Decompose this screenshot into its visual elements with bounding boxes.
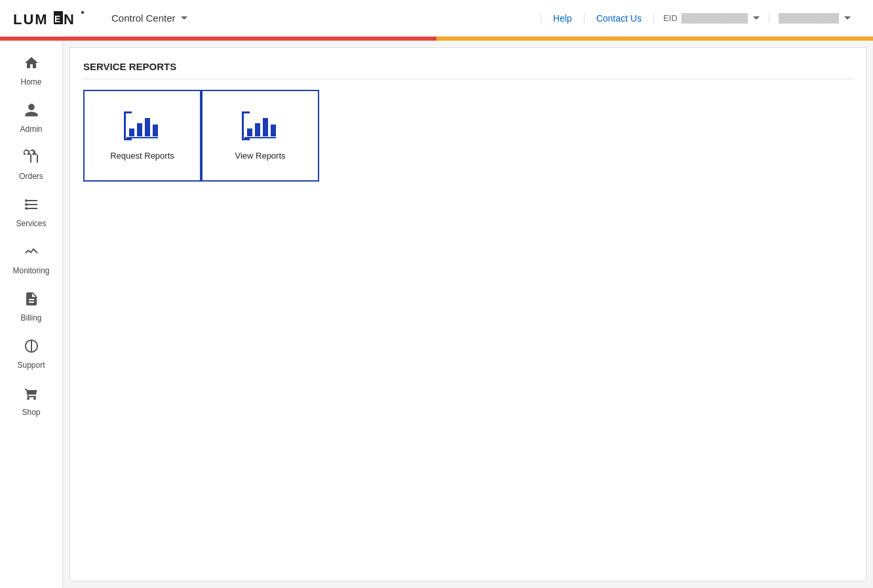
- sidebar-item-shop[interactable]: Shop: [0, 378, 62, 425]
- sidebar-item-billing[interactable]: Billing: [0, 283, 62, 330]
- sidebar-item-admin[interactable]: Admin: [0, 94, 62, 142]
- main-content: SERVICE REPORTS: [69, 47, 866, 581]
- billing-icon: [24, 291, 39, 311]
- eid-chevron-icon: [753, 16, 760, 20]
- sidebar-home-label: Home: [20, 77, 41, 87]
- header: LUM E N Control Center Help Contact Us E…: [0, 0, 873, 37]
- sidebar-support-label: Support: [17, 361, 45, 370]
- section-title: SERVICE REPORTS: [83, 61, 853, 79]
- svg-point-9: [25, 199, 28, 202]
- chevron-down-icon: [181, 16, 187, 20]
- svg-rect-17: [124, 111, 126, 140]
- sidebar-item-support[interactable]: Support: [0, 330, 62, 378]
- support-icon: [24, 338, 39, 358]
- svg-rect-20: [247, 128, 252, 136]
- svg-point-4: [81, 11, 84, 14]
- request-reports-label: Request Reports: [110, 151, 174, 161]
- sidebar-item-home[interactable]: Home: [0, 47, 62, 94]
- monitoring-icon: [24, 244, 39, 264]
- sidebar-orders-label: Orders: [19, 172, 43, 181]
- svg-rect-25: [242, 111, 244, 140]
- request-reports-card[interactable]: Request Reports: [83, 90, 201, 182]
- svg-rect-13: [137, 123, 142, 136]
- sidebar-item-services[interactable]: Services: [0, 189, 62, 236]
- sidebar-monitoring-label: Monitoring: [12, 266, 49, 275]
- user-chevron-icon: [844, 16, 851, 20]
- view-reports-icon: [242, 111, 279, 144]
- svg-point-10: [25, 203, 28, 206]
- admin-icon: [24, 102, 39, 122]
- sidebar: Home Admin Orders: [0, 41, 63, 588]
- svg-rect-21: [255, 123, 260, 136]
- contact-us-link[interactable]: Contact Us: [585, 13, 654, 24]
- orders-icon: [24, 149, 39, 169]
- sidebar-item-monitoring[interactable]: Monitoring: [0, 236, 62, 283]
- svg-rect-26: [242, 111, 250, 113]
- svg-rect-12: [129, 128, 134, 136]
- user-section[interactable]: ██████████: [769, 13, 860, 23]
- svg-text:E: E: [54, 14, 60, 24]
- svg-rect-19: [124, 138, 132, 140]
- sidebar-services-label: Services: [16, 219, 46, 228]
- svg-rect-18: [124, 111, 132, 113]
- svg-rect-15: [153, 125, 158, 136]
- request-reports-icon: [124, 111, 161, 144]
- header-right: Help Contact Us EID ███████████ ████████…: [541, 13, 860, 24]
- svg-text:N: N: [64, 11, 75, 28]
- view-reports-label: View Reports: [235, 151, 285, 161]
- sidebar-shop-label: Shop: [22, 408, 40, 417]
- control-center-button[interactable]: Control Center: [111, 12, 187, 24]
- svg-rect-27: [242, 138, 250, 140]
- user-value: ██████████: [779, 13, 839, 23]
- home-icon: [24, 55, 39, 75]
- cards-container: Request Reports View Report: [83, 90, 853, 182]
- svg-rect-14: [145, 118, 150, 136]
- eid-value: ███████████: [682, 13, 748, 23]
- view-reports-card[interactable]: View Reports: [201, 90, 319, 182]
- shop-icon: [24, 385, 39, 405]
- svg-rect-23: [271, 125, 276, 136]
- eid-section[interactable]: EID ███████████: [654, 13, 769, 23]
- services-icon: [24, 197, 39, 216]
- sidebar-admin-label: Admin: [20, 125, 42, 134]
- eid-label: EID: [663, 13, 678, 23]
- sidebar-item-orders[interactable]: Orders: [0, 142, 62, 189]
- sidebar-billing-label: Billing: [20, 313, 41, 323]
- control-center-label: Control Center: [111, 12, 176, 24]
- layout: Home Admin Orders: [0, 41, 873, 588]
- svg-point-11: [25, 207, 28, 210]
- help-link[interactable]: Help: [541, 13, 585, 24]
- svg-text:LUM: LUM: [13, 11, 48, 28]
- svg-rect-24: [244, 137, 276, 138]
- svg-rect-22: [263, 118, 268, 136]
- logo: LUM E N: [13, 9, 92, 28]
- svg-rect-16: [126, 137, 158, 138]
